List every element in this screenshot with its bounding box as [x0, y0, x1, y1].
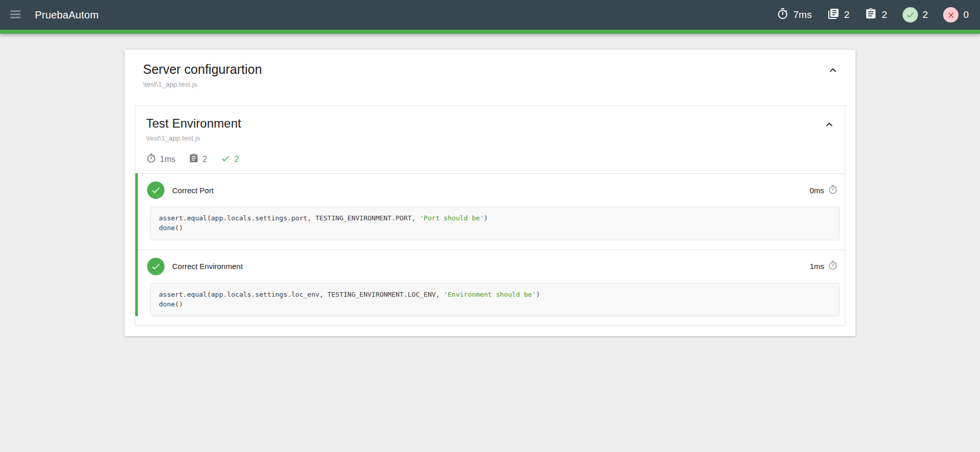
suite-tests-value: 2 [202, 155, 207, 164]
suite-passes-count: 2 [220, 153, 239, 166]
test-code-block: assert.equal(app.locals.settings.port, T… [150, 207, 840, 240]
root-suite-collapse-button[interactable] [825, 62, 841, 80]
code-text: ) [484, 214, 488, 222]
test-name: Correct Environment [172, 262, 810, 271]
test-duration-value: 0ms [810, 186, 824, 195]
check-circle-icon [903, 7, 918, 23]
test-item: Correct Environment 1ms assert.equal(app… [138, 250, 845, 317]
test-list: Correct Port 0ms assert.equal(app.locals… [135, 173, 845, 316]
test-duration: 0ms [810, 184, 838, 196]
test-toggle-correct-environment[interactable]: Correct Environment 1ms [138, 250, 845, 282]
stat-duration: 7ms [777, 8, 812, 23]
library-books-icon [827, 8, 840, 23]
test-name: Correct Port [172, 186, 810, 195]
stat-passes-value: 2 [923, 9, 928, 20]
report-body: Server configurartion \test\1_app.test.j… [0, 50, 980, 452]
x-circle-icon [943, 7, 958, 23]
navbar: PruebaAutom 7ms 2 2 2 [0, 0, 980, 30]
clipboard-icon [189, 153, 199, 166]
suite-passes-value: 2 [234, 155, 239, 164]
code-text: assert.equal(app.locals.settings.loc_env… [159, 291, 444, 298]
code-text: done() [159, 300, 183, 308]
progress-bar [0, 30, 980, 34]
suite-tests-count: 2 [189, 153, 207, 166]
test-duration-value: 1ms [810, 262, 824, 271]
stat-tests: 2 [865, 8, 887, 23]
report-title: PruebaAutom [35, 9, 99, 21]
suite-path: \test\1_app.test.js [146, 134, 241, 142]
timer-icon [828, 184, 838, 196]
code-text: ) [536, 291, 540, 298]
stat-suites-value: 2 [844, 9, 850, 20]
code-text: done() [159, 224, 183, 232]
stat-duration-value: 7ms [793, 9, 812, 20]
suite-summary: 1ms 2 2 [146, 153, 838, 166]
hamburger-icon [9, 8, 22, 23]
stat-suites: 2 [827, 8, 850, 23]
timer-icon [777, 8, 789, 23]
chevron-up-icon [827, 70, 839, 78]
stat-passes[interactable]: 2 [903, 7, 928, 23]
clipboard-icon [865, 8, 877, 23]
timer-icon [146, 153, 156, 166]
code-text: assert.equal(app.locals.settings.port, T… [159, 214, 420, 222]
test-toggle-correct-port[interactable]: Correct Port 0ms [138, 174, 845, 206]
test-duration: 1ms [810, 260, 838, 272]
code-string: 'Port should be' [420, 214, 484, 222]
check-circle-icon [147, 181, 165, 199]
stat-failures-value: 0 [963, 9, 969, 20]
check-circle-icon [147, 258, 165, 275]
check-icon [220, 153, 231, 166]
test-item: Correct Port 0ms assert.equal(app.locals… [138, 173, 845, 240]
navbar-stats: 7ms 2 2 2 0 [777, 7, 969, 23]
root-suite-card: Server configurartion \test\1_app.test.j… [125, 50, 855, 336]
chevron-up-icon [823, 125, 835, 132]
root-suite-title: Server configurartion [143, 62, 262, 77]
timer-icon [828, 260, 838, 272]
suite-collapse-button[interactable] [821, 116, 838, 134]
stat-tests-value: 2 [882, 9, 887, 20]
suite-duration-value: 1ms [160, 155, 175, 164]
suite-title: Test Environment [146, 116, 241, 131]
suite-test-environment: Test Environment \test\1_app.test.js [135, 106, 845, 326]
test-code-block: assert.equal(app.locals.settings.loc_env… [150, 283, 840, 317]
root-suite-path: \test\1_app.test.js [143, 80, 262, 88]
code-string: 'Environment should be' [444, 291, 536, 298]
menu-button[interactable] [8, 8, 23, 22]
suite-duration: 1ms [146, 153, 175, 166]
stat-failures[interactable]: 0 [943, 7, 969, 23]
